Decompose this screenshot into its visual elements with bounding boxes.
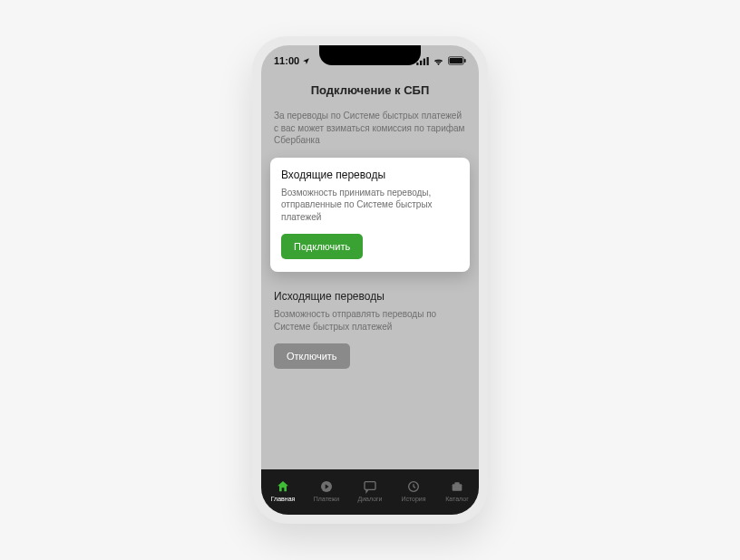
disconnect-button[interactable]: Отключить [274, 343, 350, 369]
phone-frame: 11:00 [252, 36, 488, 524]
status-left: 11:00 [274, 55, 310, 66]
tab-bar: Главная Платежи Диалоги История Каталог [261, 469, 479, 515]
catalog-icon [450, 479, 464, 494]
payments-icon [319, 479, 334, 494]
phone-screen: 11:00 [261, 45, 479, 515]
incoming-title: Входящие переводы [281, 169, 459, 181]
tab-home[interactable]: Главная [261, 479, 305, 502]
content: Подключение к СБП За переводы по Системе… [261, 76, 479, 469]
location-icon [302, 57, 310, 65]
svg-rect-8 [365, 481, 375, 489]
page-title: Подключение к СБП [261, 76, 479, 110]
status-time: 11:00 [274, 55, 299, 66]
notch [319, 45, 421, 65]
tab-payments-label: Платежи [314, 496, 339, 502]
dialogs-icon [363, 479, 377, 494]
tab-catalog-label: Каталог [445, 496, 468, 502]
svg-rect-3 [427, 57, 429, 65]
outgoing-title: Исходящие переводы [274, 290, 466, 303]
svg-rect-11 [454, 482, 459, 485]
svg-rect-1 [420, 60, 422, 64]
outgoing-desc: Возможность отправлять переводы по Систе… [274, 308, 466, 333]
tab-catalog[interactable]: Каталог [435, 479, 479, 502]
tab-history[interactable]: История [392, 479, 435, 502]
stage: 11:00 [0, 0, 740, 560]
home-icon [276, 479, 290, 494]
connect-button[interactable]: Подключить [281, 234, 363, 259]
tab-home-label: Главная [271, 496, 296, 502]
status-right [416, 56, 466, 65]
svg-rect-2 [424, 58, 425, 65]
outgoing-card: Исходящие переводы Возможность отправлят… [270, 285, 470, 381]
svg-rect-0 [416, 63, 418, 65]
svg-rect-5 [450, 58, 463, 63]
tab-payments[interactable]: Платежи [305, 479, 348, 502]
incoming-card: Входящие переводы Возможность принимать … [270, 158, 470, 273]
tab-dialogs-label: Диалоги [357, 496, 382, 502]
svg-rect-6 [464, 59, 466, 63]
svg-rect-10 [453, 484, 462, 490]
wifi-icon [433, 57, 444, 65]
tab-dialogs[interactable]: Диалоги [348, 479, 392, 502]
incoming-desc: Возможность принимать переводы, отправле… [281, 187, 459, 224]
tab-history-label: История [401, 496, 425, 502]
info-text: За переводы по Системе быстрых платежей … [261, 110, 479, 158]
history-icon [406, 479, 421, 494]
battery-icon [448, 56, 466, 65]
